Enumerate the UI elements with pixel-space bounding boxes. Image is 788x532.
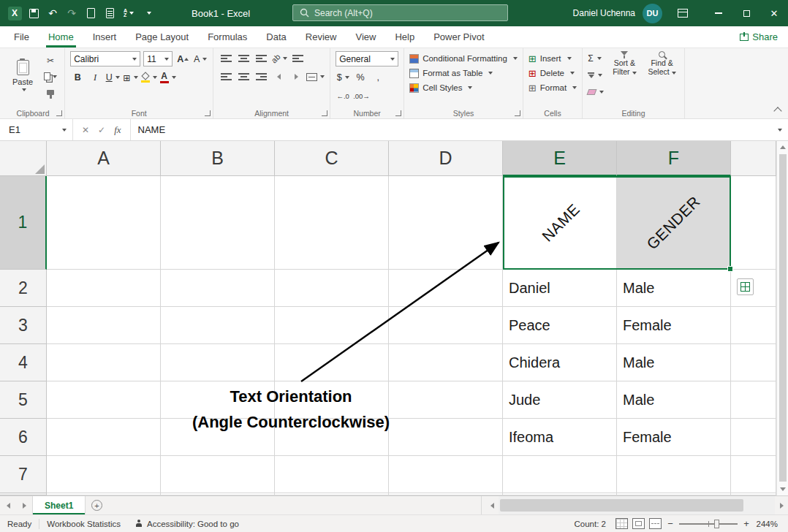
scroll-left-icon[interactable] (485, 496, 499, 514)
cell-g6[interactable] (731, 419, 776, 456)
font-family-combo[interactable]: Calibri (70, 51, 140, 66)
paste-button[interactable]: Paste (7, 51, 39, 99)
middle-align-button[interactable] (236, 51, 251, 66)
undo-icon[interactable]: ↶ (44, 4, 61, 23)
share-button[interactable]: Share (740, 31, 778, 42)
underline-button[interactable]: U (105, 70, 120, 85)
cell-b1[interactable] (161, 176, 275, 270)
top-align-button[interactable] (219, 51, 233, 66)
cell-d4[interactable] (389, 344, 503, 381)
cell-e6[interactable]: Ifeoma (503, 419, 617, 456)
cell-b7[interactable] (161, 456, 275, 493)
cell-f4[interactable]: Male (617, 344, 731, 381)
select-all-corner[interactable] (0, 141, 47, 176)
search-box[interactable]: Search (Alt+Q) (292, 4, 508, 21)
bottom-align-button[interactable] (254, 51, 268, 66)
font-color-button[interactable]: A (160, 70, 176, 85)
zoom-slider[interactable] (679, 523, 738, 525)
column-header-e[interactable]: E (503, 141, 617, 176)
zoom-level[interactable]: 244% (753, 520, 788, 528)
new-sheet-button[interactable]: + (86, 496, 107, 514)
cell-d3[interactable] (389, 307, 503, 344)
tab-review[interactable]: Review (296, 26, 346, 48)
percent-style-button[interactable]: % (353, 70, 368, 85)
tab-home[interactable]: Home (39, 26, 83, 48)
decrease-decimal-button[interactable]: .00→ (353, 88, 370, 103)
tab-help[interactable]: Help (385, 26, 424, 48)
insert-function-icon[interactable]: fx (114, 124, 121, 136)
cell-f5[interactable]: Male (617, 381, 731, 419)
cell-c1[interactable] (275, 176, 389, 270)
clear-button[interactable] (588, 85, 604, 99)
grow-font-button[interactable]: A (175, 52, 190, 66)
align-right-button[interactable] (254, 69, 268, 84)
alignment-dialog-launcher[interactable] (322, 110, 327, 116)
normal-view-icon[interactable] (615, 518, 628, 529)
bold-button[interactable]: B (70, 70, 85, 85)
merge-center-button[interactable] (306, 69, 325, 84)
cell-e7[interactable] (503, 456, 617, 493)
tab-file[interactable]: File (4, 26, 39, 48)
cell-g5[interactable] (731, 381, 776, 419)
row-header-1[interactable]: 1 (0, 176, 47, 270)
cell-e4[interactable]: Chidera (503, 344, 617, 381)
page-layout-view-icon[interactable] (632, 518, 645, 529)
previous-sheet-icon[interactable] (0, 496, 16, 514)
format-painter-button[interactable] (42, 86, 59, 99)
borders-button[interactable]: ⊞ (123, 70, 137, 85)
sort-filter-button[interactable]: Sort & Filter (610, 51, 639, 99)
italic-button[interactable]: I (88, 70, 102, 85)
orientation-button[interactable]: ab (271, 51, 287, 66)
row-header-5[interactable]: 5 (0, 381, 47, 419)
fill-color-button[interactable] (141, 70, 157, 85)
column-header-a[interactable]: A (47, 141, 161, 176)
number-format-combo[interactable]: General (336, 51, 398, 66)
increase-decimal-button[interactable]: ←.0 (336, 88, 350, 103)
decrease-indent-button[interactable] (271, 69, 286, 84)
accessibility-status[interactable]: Accessibility: Good to go (128, 515, 246, 532)
selection-range-e1-f1[interactable]: NAME GENDER (503, 176, 731, 270)
formula-content[interactable]: NAME (131, 119, 769, 140)
format-as-table-button[interactable]: Format as Table (409, 66, 518, 80)
column-header-partial[interactable] (731, 141, 776, 176)
delete-cells-button[interactable]: ⊞ Delete (529, 66, 577, 80)
align-left-button[interactable] (219, 69, 233, 84)
page-break-view-icon[interactable] (649, 518, 662, 529)
collapse-ribbon-button[interactable] (773, 107, 781, 115)
column-header-b[interactable]: B (161, 141, 275, 176)
tab-page-layout[interactable]: Page Layout (126, 26, 198, 48)
fill-handle[interactable] (727, 266, 733, 272)
enter-icon[interactable]: ✓ (98, 125, 105, 135)
name-box[interactable]: E1 (0, 119, 73, 140)
tab-power-pivot[interactable]: Power Pivot (424, 26, 493, 48)
shrink-font-button[interactable]: A (193, 52, 208, 66)
column-header-c[interactable]: C (275, 141, 389, 176)
cell-e3[interactable]: Peace (503, 307, 617, 344)
comma-style-button[interactable]: , (371, 70, 385, 85)
cell-d7[interactable] (389, 456, 503, 493)
cell-b4[interactable] (161, 344, 275, 381)
user-name[interactable]: Daniel Uchenna (573, 8, 635, 18)
cut-button[interactable]: ✂ (42, 53, 59, 67)
customize-qat-icon[interactable] (139, 4, 156, 23)
column-header-d[interactable]: D (389, 141, 503, 176)
align-center-button[interactable] (236, 69, 251, 84)
horizontal-scrollbar-thumb[interactable] (500, 499, 743, 512)
cell-f2[interactable]: Male (617, 270, 731, 307)
selected-cell-f1[interactable]: GENDER (617, 178, 730, 268)
scroll-up-icon[interactable] (777, 141, 788, 153)
zoom-slider-handle[interactable] (714, 520, 719, 528)
sheet-tab-sheet1[interactable]: Sheet1 (32, 496, 86, 514)
conditional-formatting-button[interactable]: Conditional Formatting (409, 51, 518, 66)
number-dialog-launcher[interactable] (395, 110, 401, 116)
expand-formula-bar-button[interactable] (769, 119, 788, 140)
cell-b3[interactable] (161, 307, 275, 344)
tab-insert[interactable]: Insert (83, 26, 126, 48)
wrap-text-button[interactable] (290, 51, 305, 66)
row-header-2[interactable]: 2 (0, 270, 47, 307)
cell-d2[interactable] (389, 270, 503, 307)
cell-a2[interactable] (47, 270, 161, 307)
sort-az-icon[interactable]: AZ (120, 4, 137, 23)
row-header-7[interactable]: 7 (0, 456, 47, 493)
tab-data[interactable]: Data (257, 26, 295, 48)
